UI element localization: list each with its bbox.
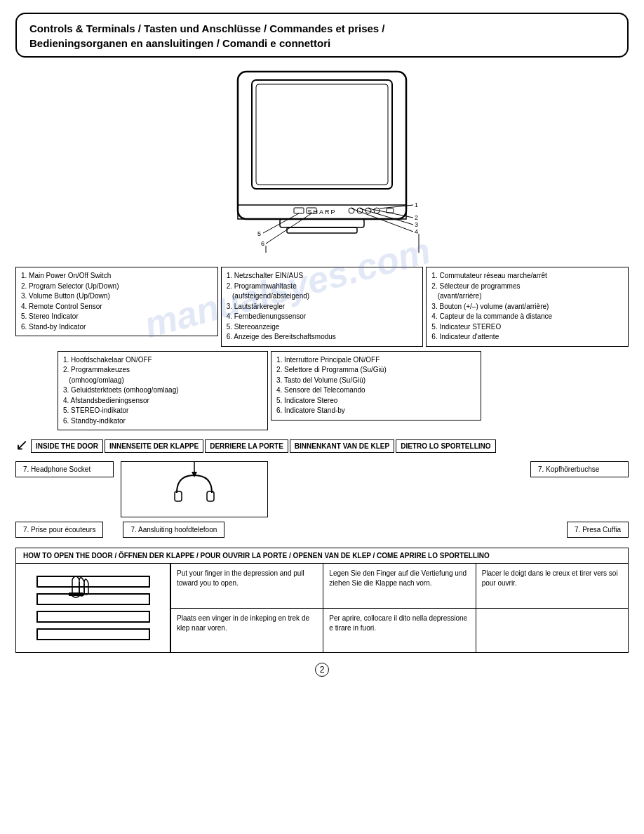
door-label-row: ↙ INSIDE THE DOOR INNENSEITE DER KLAPPE …: [15, 437, 629, 454]
svg-rect-35: [37, 629, 149, 640]
how-to-de: Legen Sie den Finger auf die Vertiefung …: [323, 564, 475, 609]
legend-en-item1: 1. Main Power On/Off Switch: [21, 271, 213, 282]
headphone-arrow: [187, 462, 201, 477]
svg-text:1: 1: [415, 201, 418, 208]
svg-rect-33: [37, 594, 149, 604]
how-to-it: Per aprire, collocare il dito nella depr…: [323, 609, 475, 653]
door-label-nl: BINNENKANT VAN DE KLEP: [290, 439, 394, 453]
page-number: 2: [315, 663, 329, 677]
legend-nl-item6: 6. Standby-indikator: [63, 416, 262, 427]
legend-fr-item3: 3. Bouton (+/–) volume (avant/arrière): [431, 302, 623, 312]
svg-rect-7: [294, 208, 304, 213]
svg-rect-34: [37, 611, 149, 622]
legend-de-item2: 2. Programmwahltaste (aufsteigend/abstei…: [227, 282, 418, 302]
bottom-labels-row: 7. Prise pour écouteurs 7. Aansluiting h…: [15, 522, 629, 538]
legend-italian: 1. Interruttore Principale ON/OFF 2. Sel…: [271, 351, 481, 421]
how-to-box: HOW TO OPEN THE DOOR / ÖFFNEN DER KLAPPE…: [15, 548, 629, 653]
legend-de-item3: 3. Lautstärkeregler: [227, 302, 418, 312]
legend-en-item5: 5. Stereo Indicator: [21, 312, 213, 322]
how-to-instructions: Put your finger in the depression and pu…: [170, 564, 628, 652]
door-label-en: INSIDE THE DOOR: [31, 439, 103, 453]
legend-it-item1: 1. Interruttore Principale ON/OFF: [276, 355, 476, 366]
svg-rect-1: [252, 80, 392, 189]
door-diagram-svg: [30, 569, 156, 647]
headphone-label-it: 7. Presa Cuffia: [567, 522, 629, 538]
legend-en-item6: 6. Stand-by Indicator: [21, 322, 213, 333]
headphone-section: 7. Headphone Socket 7. Kopfhörerbuchse: [15, 461, 629, 517]
how-to-en: Put your finger in the depression and pu…: [170, 564, 323, 609]
legend-it-item4: 4. Sensore del Telecomando: [276, 385, 476, 396]
svg-rect-0: [238, 72, 406, 219]
legend-de-item6: 6. Anzeige des Bereitschaftsmodus: [227, 332, 418, 343]
door-label-fr: DERRIERE LA PORTE: [205, 439, 288, 453]
how-to-nl: Plaats een vinger in de inkeping en trek…: [170, 609, 323, 653]
how-to-empty: [476, 609, 628, 653]
legend-nl-item3: 3. Geluidsterktoets (omhoog/omlaag): [63, 385, 262, 396]
legend-nl-item5: 5. STEREO-indikator: [63, 406, 262, 416]
how-to-content: Put your finger in the depression and pu…: [16, 564, 628, 652]
svg-rect-2: [256, 84, 388, 185]
legend-nl-item2: 2. Programmakeuzes (omhoog/omlaag): [63, 365, 262, 385]
svg-text:2: 2: [415, 214, 418, 221]
headphone-label-de: 7. Kopfhörerbuchse: [530, 461, 629, 477]
legend-french: 1. Commutateur réseau marche/arrêt 2. Sé…: [426, 267, 629, 347]
page: manualsyes.com Controls & Terminals / Ta…: [0, 0, 644, 834]
headphone-label-fr: 7. Prise pour écouteurs: [15, 522, 103, 538]
svg-marker-29: [192, 472, 197, 477]
legend-fr-item1: 1. Commutateur réseau marche/arrêt: [431, 271, 623, 282]
tv-diagram: SHARP 1 2 3 4: [196, 65, 448, 261]
legend-en-item2: 2. Program Selector (Up/Down): [21, 282, 213, 292]
page-number-area: 2: [15, 663, 629, 677]
svg-rect-30: [175, 491, 182, 501]
legend-it-item3: 3. Tasto del Volume (Su/Giù): [276, 376, 476, 386]
tv-diagram-area: SHARP 1 2 3 4: [15, 65, 629, 261]
headphone-diagram: [121, 461, 268, 517]
how-to-title: HOW TO OPEN THE DOOR / ÖFFNEN DER KLAPPE…: [16, 548, 628, 564]
legend-nl-item1: 1. Hoofdschakelaar ON/OFF: [63, 355, 262, 366]
svg-line-22: [263, 213, 299, 233]
legend-de-item5: 5. Stereoanzeige: [227, 322, 418, 333]
svg-line-20: [351, 208, 413, 232]
headphone-label-nl: 7. Aansluiting hoofdtelefoon: [123, 522, 224, 538]
legend-dutch: 1. Hoofdschakelaar ON/OFF 2. Programmake…: [58, 351, 268, 431]
legend-it-item5: 5. Indicatore Stereo: [276, 396, 476, 406]
how-to-diagram: [16, 564, 170, 652]
how-to-fr: Placer le doigt dans le creux et tirer v…: [476, 564, 628, 609]
legend-row-1: 1. Main Power On/Off Switch 2. Program S…: [15, 267, 629, 347]
legend-nl-item4: 4. Afstandsbedieningsensor: [63, 396, 262, 406]
svg-rect-5: [287, 227, 357, 233]
svg-text:3: 3: [415, 221, 418, 228]
legend-de-item1: 1. Netzschalter EIN/AUS: [227, 271, 418, 282]
title-box: Controls & Terminals / Tasten und Anschl…: [15, 13, 629, 58]
door-label-it: DIETRO LO SPORTELLINO: [396, 439, 495, 453]
arrow-cell: ↙: [15, 437, 31, 454]
legend-fr-item4: 4. Capteur de la commande à distance: [431, 312, 623, 322]
svg-rect-31: [207, 491, 214, 501]
svg-text:6: 6: [261, 240, 264, 247]
svg-text:5: 5: [257, 230, 261, 237]
legend-fr-item2: 2. Sélecteur de programmes (avant/arrièr…: [431, 282, 623, 302]
headphone-label-en: 7. Headphone Socket: [15, 461, 114, 477]
arrow-icon: ↙: [15, 437, 28, 453]
legend-it-item6: 6. Indicatore Stand-by: [276, 406, 476, 416]
legend-fr-item5: 5. Indicateur STEREO: [431, 322, 623, 333]
legend-row-2: 1. Hoofdschakelaar ON/OFF 2. Programmake…: [15, 351, 629, 431]
svg-text:4: 4: [415, 228, 418, 235]
legend-en-item4: 4. Remote Control Sensor: [21, 302, 213, 312]
page-title: Controls & Terminals / Tasten und Anschl…: [29, 21, 615, 51]
legend-english: 1. Main Power On/Off Switch 2. Program S…: [15, 267, 218, 336]
legend-german: 1. Netzschalter EIN/AUS 2. Programmwahlt…: [221, 267, 424, 347]
legend-en-item3: 3. Volume Button (Up/Down): [21, 291, 213, 302]
svg-rect-32: [37, 576, 149, 587]
legend-fr-item6: 6. Indicateur d'attente: [431, 332, 623, 343]
legend-de-item4: 4. Fernbedienungssensor: [227, 312, 418, 322]
door-label-de: INNENSEITE DER KLAPPE: [105, 439, 203, 453]
legend-it-item2: 2. Selettore di Programma (Su/Giù): [276, 365, 476, 376]
svg-text:SHARP: SHARP: [307, 208, 336, 216]
svg-line-24: [266, 213, 311, 244]
